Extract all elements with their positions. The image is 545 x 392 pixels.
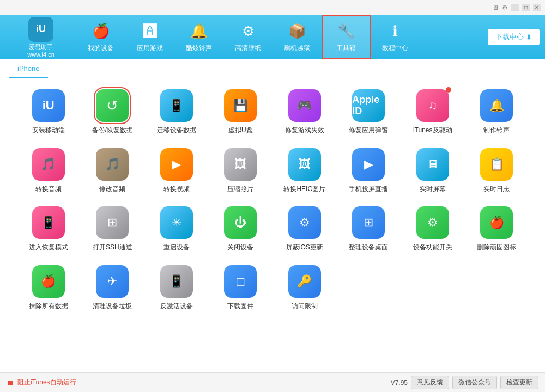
tool-item-compress-photo[interactable]: 🖼 压缩照片: [209, 148, 273, 194]
tool-label-clean-junk: 清理设备垃圾: [93, 302, 132, 311]
tool-icon-wipe-data: 🍎: [32, 265, 65, 298]
nav-label-my-device: 我的设备: [88, 44, 114, 53]
tool-label-compress-photo: 压缩照片: [227, 185, 253, 194]
tool-icon-virtual-udisk: 💾: [224, 89, 257, 122]
tool-label-convert-heic: 转换HEIC图片: [283, 185, 325, 194]
tool-icon-convert-video: ▶: [160, 148, 193, 181]
tool-label-download-firmware: 下载固件: [227, 302, 253, 311]
tool-item-delete-stubborn[interactable]: 🍎 删除顽固图标: [465, 206, 529, 252]
minimize-button[interactable]: —: [511, 4, 519, 11]
tool-label-delete-stubborn: 删除顽固图标: [477, 243, 516, 252]
tool-icon-fix-popup: Apple ID: [352, 89, 385, 122]
tool-label-realtime-log: 实时日志: [483, 185, 510, 194]
wechat-button[interactable]: 微信公众号: [452, 376, 497, 389]
tool-item-device-functions[interactable]: ⚙ 设备功能开关: [401, 206, 465, 252]
nav-item-app-games[interactable]: 🅰 应用游戏: [125, 15, 174, 59]
tab-iphone[interactable]: iPhone: [9, 60, 48, 78]
tool-label-wipe-data: 抹除所有数据: [29, 302, 68, 311]
tool-label-fix-game: 修复游戏失效: [285, 126, 324, 135]
nav-item-my-device[interactable]: 🍎 我的设备: [76, 15, 125, 59]
tool-label-device-functions: 设备功能开关: [413, 243, 452, 252]
tool-icon-compress-photo: 🖼: [224, 148, 257, 181]
tool-item-migrate-data[interactable]: 📱 迁移设备数据: [144, 89, 209, 135]
tool-item-deactivate[interactable]: 📱 反激活设备: [144, 265, 209, 311]
tool-item-download-firmware[interactable]: ◻ 下载固件: [209, 265, 273, 311]
tool-item-access-limit[interactable]: 🔑 访问限制: [272, 265, 337, 311]
settings-icon: ⚙: [502, 4, 508, 11]
tool-label-block-ios-update: 屏蔽iOS更新: [286, 243, 323, 252]
tool-item-make-ringtone[interactable]: 🔔 制作铃声: [465, 89, 529, 135]
tool-item-edit-audio[interactable]: 🎵 修改音频: [81, 148, 145, 194]
tool-label-organize-desktop: 整理设备桌面: [349, 243, 388, 252]
tabbar: iPhone: [0, 59, 545, 78]
tool-item-itunes-driver[interactable]: ♫ iTunes及驱动: [401, 89, 465, 135]
nav-icon-jailbreak: 📦: [287, 22, 307, 41]
tool-label-recovery-mode: 进入恢复模式: [29, 243, 68, 252]
nav-item-ringtones[interactable]: 🔔 酷炫铃声: [174, 15, 223, 59]
nav-item-tutorial[interactable]: ℹ 教程中心: [371, 15, 420, 59]
nav-label-toolbox: 工具箱: [336, 44, 356, 53]
nav-item-jailbreak[interactable]: 📦 刷机越狱: [272, 15, 322, 59]
nav-label-app-games: 应用游戏: [137, 44, 163, 53]
tool-label-edit-audio: 修改音频: [99, 185, 125, 194]
close-button[interactable]: ✕: [533, 4, 541, 11]
tool-label-access-limit: 访问限制: [292, 302, 318, 311]
tool-item-virtual-udisk[interactable]: 💾 虚拟U盘: [209, 89, 273, 135]
tool-icon-deactivate: 📱: [160, 265, 193, 298]
tool-item-realtime-screen[interactable]: 🖥 实时屏幕: [401, 148, 465, 194]
tool-label-virtual-udisk: 虚拟U盘: [228, 126, 253, 135]
tool-item-fix-popup[interactable]: Apple ID 修复应用弹窗: [337, 89, 401, 135]
tool-label-shutdown-device: 关闭设备: [227, 243, 253, 252]
tool-item-backup-restore[interactable]: ↺ 备份/恢复数据: [81, 89, 145, 135]
header: iU 爱思助手 www.i4.cn 🍎 我的设备 🅰 应用游戏 🔔 酷炫铃声 ⚙…: [0, 15, 545, 59]
tool-item-restart-device[interactable]: ✳ 重启设备: [144, 206, 209, 252]
bottombar-right: V7.95 意见反馈 微信公众号 检查更新: [391, 376, 538, 389]
tool-icon-make-ringtone: 🔔: [480, 89, 513, 122]
tool-item-wipe-data[interactable]: 🍎 抹除所有数据: [16, 265, 81, 311]
tool-label-backup-restore: 备份/恢复数据: [92, 126, 133, 135]
logo: iU 爱思助手 www.i4.cn: [5, 17, 76, 58]
logo-name: 爱思助手: [29, 43, 53, 51]
tool-icon-realtime-log: 📋: [480, 148, 513, 181]
tool-label-convert-video: 转换视频: [164, 185, 190, 194]
tool-item-open-ssh[interactable]: ⊞ 打开SSH通道: [81, 206, 145, 252]
tool-item-convert-video[interactable]: ▶ 转换视频: [144, 148, 209, 194]
tool-label-screen-cast: 手机投屏直播: [349, 185, 388, 194]
nav-items: 🍎 我的设备 🅰 应用游戏 🔔 酷炫铃声 ⚙ 高清壁纸 📦 刷机越狱 🔧 工具箱…: [76, 15, 488, 59]
tool-item-install-app[interactable]: iU 安装移动端: [16, 89, 81, 135]
tool-label-deactivate: 反激活设备: [160, 302, 193, 311]
logo-icon: iU: [28, 17, 53, 42]
maximize-button[interactable]: □: [522, 4, 530, 11]
download-button[interactable]: 下载中心 ⬇: [488, 29, 540, 45]
itunes-label: 阻止iTunes自动运行: [17, 378, 76, 387]
tool-item-realtime-log[interactable]: 📋 实时日志: [465, 148, 529, 194]
nav-label-tutorial: 教程中心: [382, 44, 408, 53]
tool-label-open-ssh: 打开SSH通道: [93, 243, 132, 252]
tool-item-organize-desktop[interactable]: ⊞ 整理设备桌面: [337, 206, 401, 252]
tool-item-convert-heic[interactable]: 🖼 转换HEIC图片: [272, 148, 337, 194]
tool-label-realtime-screen: 实时屏幕: [420, 185, 446, 194]
tool-icon-convert-heic: 🖼: [288, 148, 321, 181]
tool-item-recovery-mode[interactable]: 📱 进入恢复模式: [16, 206, 81, 252]
nav-item-toolbox[interactable]: 🔧 工具箱: [322, 15, 371, 59]
bottombar-left: ⏹ 阻止iTunes自动运行: [7, 378, 385, 387]
tool-icon-access-limit: 🔑: [288, 265, 321, 298]
tool-item-screen-cast[interactable]: ▶ 手机投屏直播: [337, 148, 401, 194]
nav-item-wallpaper[interactable]: ⚙ 高清壁纸: [223, 15, 272, 59]
feedback-button[interactable]: 意见反馈: [411, 376, 449, 389]
tool-item-fix-game[interactable]: 🎮 修复游戏失效: [272, 89, 337, 135]
tool-icon-open-ssh: ⊞: [96, 206, 129, 239]
tool-icon-itunes-driver: ♫: [416, 89, 449, 122]
tool-item-shutdown-device[interactable]: ⏻ 关闭设备: [209, 206, 273, 252]
nav-icon-toolbox: 🔧: [336, 22, 356, 41]
download-icon: ⬇: [526, 33, 532, 41]
tool-icon-realtime-screen: 🖥: [416, 148, 449, 181]
tool-item-clean-junk[interactable]: ✈ 清理设备垃圾: [81, 265, 145, 311]
tool-item-block-ios-update[interactable]: ⚙ 屏蔽iOS更新: [272, 206, 337, 252]
tool-item-convert-audio[interactable]: 🎵 转换音频: [16, 148, 81, 194]
tool-label-make-ringtone: 制作铃声: [483, 126, 510, 135]
bottombar: ⏹ 阻止iTunes自动运行 V7.95 意见反馈 微信公众号 检查更新: [0, 372, 545, 392]
check-update-button[interactable]: 检查更新: [500, 376, 538, 389]
badge-icon: [446, 87, 451, 93]
titlebar: 🖥 ⚙ — □ ✕: [0, 0, 545, 15]
